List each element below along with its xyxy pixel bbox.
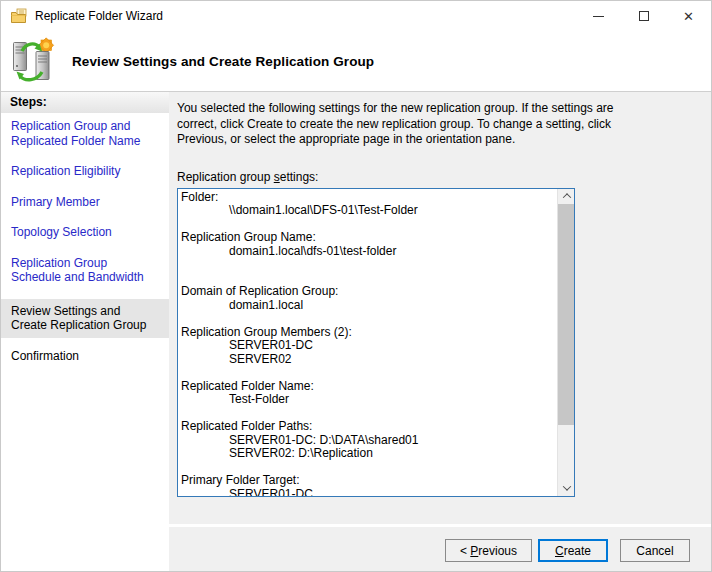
page-content: You selected the following settings for …: [169, 92, 711, 524]
sidebar-item-topology-selection[interactable]: Topology Selection: [1, 223, 169, 242]
scrollbar-thumb[interactable]: [558, 204, 575, 425]
intro-text: You selected the following settings for …: [177, 101, 701, 148]
sidebar-item-review-settings-current[interactable]: Review Settings and Create Replication G…: [1, 299, 169, 338]
sidebar-item-schedule-and-bandwidth[interactable]: Replication Group Schedule and Bandwidth: [1, 254, 169, 287]
page-title: Review Settings and Create Replication G…: [72, 54, 374, 69]
wizard-header: Review Settings and Create Replication G…: [1, 31, 711, 92]
sidebar-item-confirmation: Confirmation: [1, 347, 169, 366]
footer: < Previous Create Cancel: [169, 527, 711, 571]
chevron-down-icon[interactable]: [558, 481, 575, 496]
previous-button[interactable]: < Previous: [445, 539, 532, 562]
close-icon[interactable]: ✕: [666, 1, 711, 31]
replicate-folder-icon: [10, 8, 28, 24]
wizard-body: Steps: Replication Group and Replicated …: [1, 92, 711, 571]
window-title: Replicate Folder Wizard: [35, 9, 163, 23]
minimize-icon[interactable]: [576, 1, 621, 31]
titlebar: Replicate Folder Wizard ✕: [1, 1, 711, 31]
sidebar-item-replication-group-and-folder-name[interactable]: Replication Group and Replicated Folder …: [1, 117, 169, 150]
sidebar-item-replication-eligibility[interactable]: Replication Eligibility: [1, 162, 169, 181]
caption-buttons: ✕: [576, 1, 711, 31]
dfs-replication-servers-icon: [9, 36, 57, 84]
sidebar-item-primary-member[interactable]: Primary Member: [1, 193, 169, 212]
maximize-icon[interactable]: [621, 1, 666, 31]
main-column: You selected the following settings for …: [169, 92, 711, 571]
cancel-button[interactable]: Cancel: [620, 539, 690, 562]
replication-settings-box[interactable]: Folder: \\domain1.local\DFS-01\Test-Fold…: [177, 188, 575, 497]
replication-settings-text: Folder: \\domain1.local\DFS-01\Test-Fold…: [178, 189, 557, 496]
create-button[interactable]: Create: [538, 539, 608, 562]
settings-scrollbar[interactable]: [557, 189, 574, 496]
settings-box-label: Replication group settings:: [177, 170, 701, 184]
steps-list: Replication Group and Replicated Folder …: [1, 113, 169, 377]
steps-sidebar: Steps: Replication Group and Replicated …: [1, 92, 169, 571]
replicate-folder-wizard-window: Replicate Folder Wizard ✕: [0, 0, 712, 572]
steps-heading: Steps:: [1, 92, 169, 113]
chevron-up-icon[interactable]: [558, 189, 575, 204]
